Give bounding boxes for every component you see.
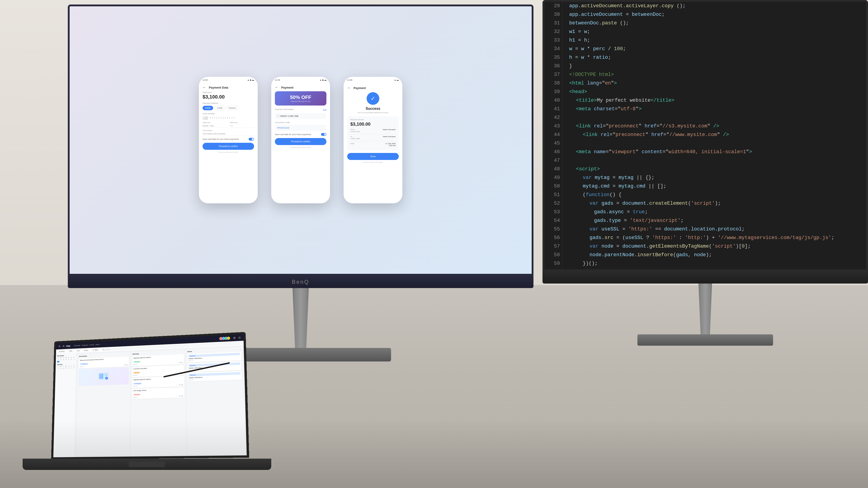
december-label: December xyxy=(79,355,87,357)
points-1: 2□ 1▲ xyxy=(179,362,183,363)
nav-progress[interactable]: Progress xyxy=(82,344,88,346)
toolbar-ci-table[interactable]: CI Table xyxy=(91,348,99,352)
kanban-done-card-3[interactable]: Planned Mobile notifications Dec 2-7 xyxy=(188,371,242,382)
toolbar-rules[interactable]: Rules xyxy=(83,349,90,352)
edit-btn[interactable]: Edit xyxy=(323,109,327,111)
cal-day: M xyxy=(60,357,62,359)
valid-until-label: Valid until xyxy=(203,122,227,124)
card-points: 2□ 1▲ xyxy=(124,364,128,365)
code-line-36: } xyxy=(569,62,862,70)
back-arrow-2[interactable]: ← xyxy=(275,86,278,90)
cal-day: 5 xyxy=(67,359,70,360)
user-avatar-icon xyxy=(233,337,236,339)
card-tag-2: Planned xyxy=(133,372,140,374)
kanban-card-3[interactable]: Upgrade payment options In Progress Dec … xyxy=(132,376,184,388)
proceed-btn-1[interactable]: Proceed to confirm xyxy=(203,143,254,150)
date-value: 11 July 2045 xyxy=(385,142,396,144)
done-date-1: Dec 2-7 xyxy=(189,360,193,361)
tab-passive[interactable]: Passive xyxy=(226,106,239,110)
cal-day: 1 xyxy=(57,359,59,361)
save-label-2: Save card data for your future payments xyxy=(275,133,311,135)
tab-credit[interactable]: Credit xyxy=(215,106,225,110)
cal-day: 7 xyxy=(72,358,75,360)
card-tag-1: Released xyxy=(133,361,141,363)
right-monitor-stand-base xyxy=(638,334,773,346)
cvv-label: Valid until xyxy=(230,122,254,124)
card-icon xyxy=(203,116,208,120)
help-text-2: Do you need some help? xyxy=(275,147,327,149)
nav-forms[interactable]: Forms xyxy=(90,344,94,346)
code-line-34: w = w * perc / 100; xyxy=(569,45,862,53)
cal-day-today: 8 xyxy=(57,361,59,363)
promo-input[interactable]: PROMO1045 xyxy=(275,125,327,131)
code-line-59: })(); xyxy=(569,259,862,268)
kanban-card-1[interactable]: Upgrade payment options Released Dec 2-7… xyxy=(132,354,184,366)
right-monitor: 2930313233 3435363738 3940414243 4445464… xyxy=(542,0,868,312)
kanban-card-2[interactable]: In product education Planned Dec 2-7 1□ … xyxy=(132,365,184,377)
status-bar-1: 11:34 ▲ ◆ ▬ xyxy=(199,77,258,83)
save-toggle-2[interactable] xyxy=(321,133,327,136)
done-date-3: Dec 2-7 xyxy=(189,379,194,381)
done-btn[interactable]: Done xyxy=(347,153,399,160)
save-row-2: Save card data for your future payments xyxy=(275,133,327,136)
card-title-1: Upgrade payment options xyxy=(133,355,183,359)
card-holder-value: CREDIT CARD *886 xyxy=(280,115,298,117)
card-title-3: Upgrade payment options xyxy=(133,377,183,381)
search-placeholder: Search... xyxy=(105,348,111,350)
success-subtitle: You've successfully transferred money. xyxy=(347,111,399,113)
cardholder-input[interactable]: Your Name and Surname xyxy=(203,132,254,135)
laptop: map Calendar Progress Forms More... xyxy=(0,332,294,470)
pm-app-logo: map xyxy=(66,345,70,347)
kanban-card-4[interactable]: LDP design refresh Released Dec 2-7 2□ 1… xyxy=(132,387,184,399)
cvv-field: Valid until • • • xyxy=(230,122,254,128)
payment-tabs: Wallet Credit Passive xyxy=(203,106,254,110)
checkmark-icon: ✓ xyxy=(371,95,375,102)
kanban-card[interactable]: Back-end and speed enhancements In Progr… xyxy=(79,357,129,368)
code-line-42 xyxy=(569,113,862,122)
nav-more[interactable]: More... xyxy=(96,344,101,346)
info-header: Payment Information Edit xyxy=(275,108,327,112)
nav-calendar[interactable]: Calendar xyxy=(74,344,81,347)
cal-day: 2 xyxy=(60,359,62,361)
code-line-46: <meta name="viewport" content="width=640… xyxy=(569,148,862,156)
code-line-37: <!DOCTYPE html> xyxy=(569,70,862,79)
code-line-44: <link rel="preconnect" href="//www.mysit… xyxy=(569,131,862,139)
kanban-col-january: January Upgrade payment options Released… xyxy=(131,350,186,455)
cal-day: S xyxy=(73,357,75,358)
amount-value: $3,100.00 xyxy=(350,122,396,127)
search-icon: 🔍 xyxy=(102,349,104,350)
discount-value: 50% OFF xyxy=(278,94,323,100)
card-tag-4: Released xyxy=(133,394,141,396)
back-arrow-1[interactable]: ← xyxy=(203,86,206,90)
kanban-col-december: December Back-end and speed enhancements… xyxy=(76,352,130,456)
valid-until-input[interactable]: Month / Year xyxy=(203,124,227,128)
cvv-input[interactable]: • • • xyxy=(230,124,254,128)
cardholder-label: Card Holder xyxy=(203,129,254,131)
toolbar-filter[interactable]: Filter xyxy=(68,350,74,352)
proceed-btn-2[interactable]: Proceed to confirm xyxy=(275,138,327,145)
points-4: 2□ 1▲ xyxy=(179,395,183,396)
from-label: From xyxy=(350,129,360,131)
toolbar-sort[interactable]: Sort xyxy=(75,349,81,352)
payment-header-1: ← Payment Data xyxy=(203,86,254,90)
cal-day: T xyxy=(62,357,65,359)
code-line-39: <head> xyxy=(569,88,862,96)
amount-card: Request amount $3,100.00 From Credit Car… xyxy=(347,116,399,150)
toolbar-all-items[interactable]: All Items xyxy=(58,350,66,353)
status-bar-3: 11:34 ▲ ▬ xyxy=(344,77,402,83)
tab-wallet[interactable]: Wallet xyxy=(203,106,213,110)
screen-title-1: Payment Data xyxy=(209,86,228,89)
code-line-33: h1 = h; xyxy=(569,36,862,45)
time-2: 11:34 xyxy=(275,79,280,81)
code-line-35: h = w * ratio; xyxy=(569,53,862,62)
save-toggle-1[interactable] xyxy=(249,138,254,140)
cal-day: F xyxy=(70,365,72,367)
kanban-board: December Back-end and speed enhancements… xyxy=(74,346,247,457)
payment-header-3: ← Payment xyxy=(347,86,399,90)
code-line-40: <title>My perfect website</title> xyxy=(569,96,862,105)
date-4: Dec 2-7 xyxy=(133,396,138,398)
card-footer-1: Dec 2-7 2□ 1▲ xyxy=(133,362,183,365)
back-arrow-3[interactable]: ← xyxy=(347,86,351,90)
card-title-2: In product education xyxy=(133,366,183,369)
kanban-done-card-1[interactable]: Planned Mobile notifications Dec 2-7 xyxy=(188,352,241,362)
